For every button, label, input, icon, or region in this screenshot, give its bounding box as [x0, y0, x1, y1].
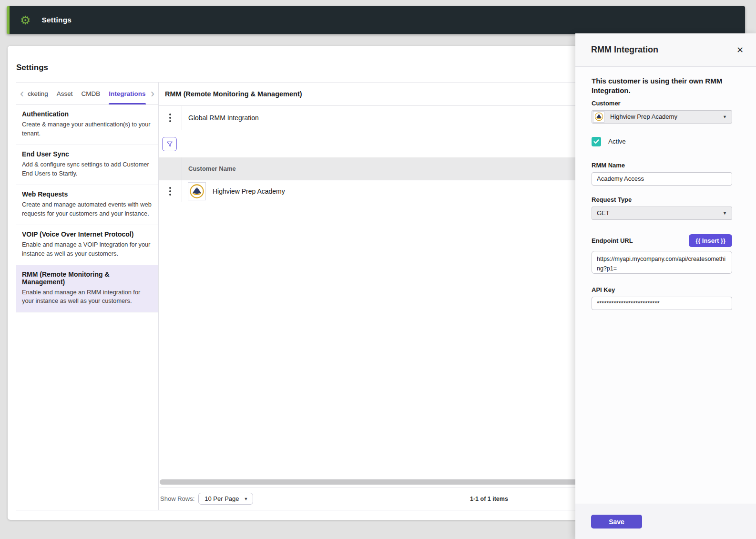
- drawer-title: RMM Integration: [591, 45, 658, 55]
- tab-asset[interactable]: Asset: [57, 83, 73, 104]
- page-title: Settings: [16, 63, 48, 73]
- per-page-select[interactable]: 10 Per Page ▼: [198, 493, 253, 505]
- chevron-left-icon[interactable]: ‹: [19, 88, 25, 99]
- tab-bar: ‹ cketing Asset CMDB Integrations ›: [16, 83, 158, 105]
- per-page-value: 10 Per Page: [204, 495, 239, 502]
- drawer-footer: Save: [575, 504, 756, 539]
- sidebar-item-title: Authentication: [22, 110, 152, 118]
- check-icon: [593, 139, 599, 144]
- column-header-customer-name: Customer Name: [182, 157, 236, 180]
- kebab-menu-icon[interactable]: [167, 185, 173, 197]
- sidebar-item-desc: Create and manage automated events with …: [22, 200, 152, 218]
- endpoint-url-textarea[interactable]: https://myapi.mycompany.com/api/createso…: [592, 251, 732, 274]
- show-rows-label: Show Rows:: [160, 495, 194, 502]
- table-header-actions-cell: [159, 157, 182, 180]
- highview-academy-logo-icon: [594, 112, 603, 121]
- active-checkbox-row: Active: [592, 137, 732, 146]
- items-range-text: 1-1 of 1 items: [470, 496, 508, 502]
- rmm-name-input[interactable]: [592, 172, 732, 186]
- sidebar-item-voip[interactable]: VOIP (Voice Over Internet Protocol) Enab…: [16, 225, 158, 265]
- customer-select-value: Highview Prep Academy: [610, 113, 677, 120]
- customer-label: Customer: [592, 100, 732, 107]
- customer-name-cell: Highview Prep Academy: [213, 180, 285, 202]
- customer-logo: [188, 182, 206, 200]
- api-key-input[interactable]: [592, 297, 732, 310]
- row-kebab-cell: [159, 180, 182, 202]
- highview-academy-logo-icon: [189, 184, 204, 199]
- app-header-bar: ⚙ Settings: [7, 6, 745, 34]
- sidebar-item-desc: Enable and manage a VOIP integration for…: [22, 240, 152, 259]
- sidebar-item-end-user-sync[interactable]: End User Sync Add & configure sync setti…: [16, 145, 158, 185]
- app-header-title: Settings: [41, 16, 72, 24]
- sidebar-item-title: Web Requests: [22, 190, 152, 198]
- drawer-heading: This customer is using their own RMM Int…: [592, 76, 735, 96]
- drawer-body: This customer is using their own RMM Int…: [575, 67, 756, 504]
- rmm-name-label: RMM Name: [592, 162, 732, 169]
- api-key-label: API Key: [592, 286, 732, 293]
- sidebar-item-web-requests[interactable]: Web Requests Create and manage automated…: [16, 185, 158, 225]
- active-label: Active: [608, 138, 626, 145]
- active-checkbox[interactable]: [592, 137, 601, 146]
- global-row-kebab-cell: [159, 106, 182, 130]
- sidebar-item-title: End User Sync: [22, 150, 152, 158]
- endpoint-label-row: Endpoint URL {{ Insert }}: [592, 234, 732, 247]
- rmm-integration-drawer: RMM Integration ✕ This customer is using…: [575, 33, 756, 539]
- gear-icon: ⚙: [20, 14, 31, 26]
- tab-strip: cketing Asset CMDB Integrations: [28, 83, 150, 104]
- insert-variable-button[interactable]: {{ Insert }}: [689, 234, 732, 247]
- sidebar-item-rmm[interactable]: RMM (Remote Monitoring & Management) Ena…: [16, 265, 158, 313]
- request-type-value: GET: [597, 209, 610, 217]
- sidebar-item-desc: Create & manage your authentication(s) t…: [22, 120, 152, 138]
- global-row-label: Global RMM Integration: [182, 106, 259, 130]
- customer-select[interactable]: Highview Prep Academy ▼: [592, 110, 732, 124]
- request-type-label: Request Type: [592, 196, 732, 203]
- sidebar-item-authentication[interactable]: Authentication Create & manage your auth…: [16, 105, 158, 145]
- kebab-menu-icon[interactable]: [167, 112, 173, 124]
- caret-down-icon: ▼: [723, 114, 727, 119]
- save-button[interactable]: Save: [591, 515, 642, 529]
- close-icon[interactable]: ✕: [734, 44, 746, 56]
- sidebar-item-title: VOIP (Voice Over Internet Protocol): [22, 230, 152, 238]
- filter-button[interactable]: [162, 137, 177, 151]
- sidebar-item-title: RMM (Remote Monitoring & Management): [22, 270, 152, 286]
- settings-left-column: ‹ cketing Asset CMDB Integrations › Auth…: [16, 83, 159, 510]
- tab-cmdb[interactable]: CMDB: [82, 83, 101, 104]
- sidebar-item-desc: Add & configure sync settings to add Cus…: [22, 160, 152, 178]
- drawer-header: RMM Integration ✕: [575, 33, 756, 67]
- endpoint-url-label: Endpoint URL: [592, 237, 633, 244]
- caret-down-icon: ▼: [244, 497, 248, 501]
- customer-logo-tile: [593, 111, 604, 123]
- sidebar-item-desc: Enable and manage an RMM integration for…: [22, 288, 152, 306]
- filter-funnel-icon: [166, 140, 174, 148]
- tab-ticketing[interactable]: cketing: [28, 83, 48, 104]
- integrations-list: Authentication Create & manage your auth…: [16, 105, 158, 510]
- request-type-select[interactable]: GET ▼: [592, 207, 732, 220]
- tab-integrations[interactable]: Integrations: [109, 83, 145, 104]
- chevron-right-icon[interactable]: ›: [150, 88, 155, 99]
- caret-down-icon: ▼: [723, 211, 727, 216]
